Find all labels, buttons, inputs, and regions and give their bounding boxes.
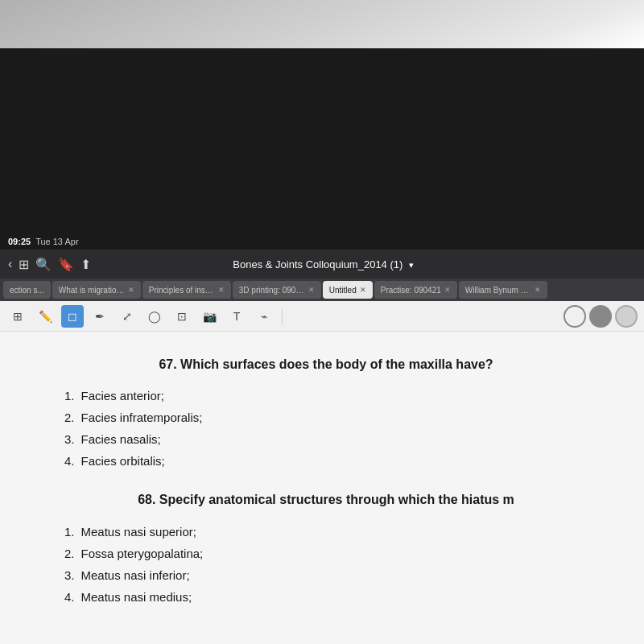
title-bar: ‹ ⊞ 🔍 🔖 ⬆ Bones & Joints Colloquium_2014… (0, 250, 644, 279)
toolbar-separator-1 (282, 308, 283, 324)
list-item: Facies infratemporalis; (64, 407, 604, 428)
tab-tab3[interactable]: Principles of insec...✕ (142, 281, 231, 299)
question-67-answers: Facies anterior; Facies infratemporalis;… (48, 385, 604, 472)
list-item: Facies anterior; (64, 385, 604, 407)
list-item: Facies orbitalis; (64, 450, 604, 472)
share-icon[interactable]: ⬆ (80, 257, 91, 272)
question-68-text: 68. Specify anatomical structures throug… (48, 491, 604, 509)
pencil-icon[interactable]: ✏️ (34, 305, 56, 328)
tab-tab7[interactable]: William Bynum - T...✕ (459, 281, 547, 299)
tab-close-tab5[interactable]: ✕ (360, 286, 366, 294)
ipad-ui: 09:25 Tue 13 Apr ‹ ⊞ 🔍 🔖 ⬆ Bones & Joint… (0, 233, 644, 644)
tab-tab6[interactable]: Practise: 090421✕ (374, 281, 457, 299)
list-item: Meatus nasi superior; (64, 521, 604, 543)
title-bar-left: ‹ ⊞ 🔍 🔖 ⬆ (8, 257, 91, 272)
eraser-icon[interactable]: ◻ (61, 305, 84, 328)
grid-icon[interactable]: ⊞ (6, 305, 29, 328)
search-icon[interactable]: 🔍 (35, 257, 52, 272)
document-title[interactable]: Bones & Joints Colloquium_2014 (1) ▾ (91, 258, 555, 270)
device-frame (0, 48, 644, 233)
bookmark-icon[interactable]: 🔖 (58, 257, 74, 272)
shape-icon[interactable]: ◯ (143, 305, 166, 328)
color-swatch-dark[interactable] (589, 305, 612, 328)
tab-close-tab2[interactable]: ✕ (128, 286, 134, 294)
question-68-answers: Meatus nasi superior; Fossa pterygopalat… (48, 521, 604, 608)
image-icon[interactable]: ⊡ (171, 305, 193, 328)
back-icon[interactable]: ‹ (8, 257, 12, 271)
status-date: Tue 13 Apr (35, 237, 78, 246)
tab-close-tab3[interactable]: ✕ (218, 286, 225, 294)
content-area: 67. Which surfaces does the body of the … (0, 332, 644, 644)
list-item: Meatus nasi inferior; (64, 564, 604, 586)
list-item: Facies nasalis; (64, 428, 604, 450)
photo-background (0, 0, 644, 233)
status-bar: 09:25 Tue 13 Apr (0, 233, 644, 250)
status-time: 09:25 (8, 237, 31, 246)
selection-icon[interactable]: ⤢ (116, 305, 138, 328)
tab-close-tab4[interactable]: ✕ (308, 286, 315, 294)
color-swatch-empty[interactable] (564, 305, 586, 328)
tab-tab1[interactable]: ection s... (3, 281, 51, 299)
list-item: Meatus nasi medius; (64, 586, 604, 608)
tab-tab5[interactable]: Untitled✕ (323, 281, 373, 299)
text-icon[interactable]: T (225, 305, 248, 328)
tab-close-tab7[interactable]: ✕ (535, 286, 541, 294)
question-67-text: 67. Which surfaces does the body of the … (48, 356, 604, 374)
tab-tab2[interactable]: What is migration?✕ (52, 281, 141, 299)
tab-tab4[interactable]: 3D printing: 090421✕ (233, 281, 321, 299)
toolbar: ⊞✏️◻✒⤢◯⊡📷T⌁ (0, 301, 644, 332)
tab-close-tab6[interactable]: ✕ (444, 286, 451, 294)
pen-icon[interactable]: ✒ (89, 305, 111, 328)
grid-view-icon[interactable]: ⊞ (19, 257, 29, 272)
camera-icon[interactable]: 📷 (198, 305, 221, 328)
tabs-bar: ection s...What is migration?✕Principles… (0, 279, 644, 301)
link-icon[interactable]: ⌁ (253, 305, 275, 328)
list-item: Fossa pterygopalatina; (64, 543, 604, 564)
color-swatch-light[interactable] (615, 305, 638, 328)
